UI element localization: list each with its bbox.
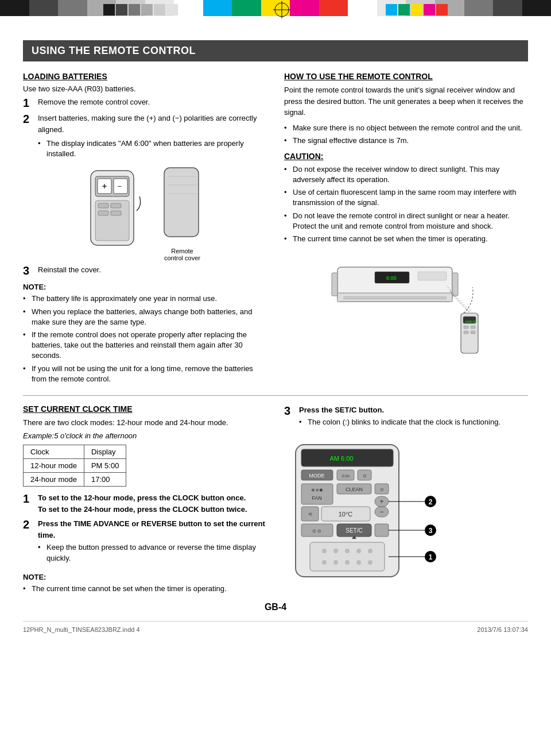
step-3-num: 3 <box>23 264 34 277</box>
footer-date-info: 2013/7/6 13:07:34 <box>477 626 528 633</box>
table-header-clock: Clock <box>24 445 84 459</box>
svg-text:⊙: ⊙ <box>363 473 367 479</box>
svg-text:−: − <box>379 508 383 516</box>
bottom-section: SET CURRENT CLOCK TIME There are two clo… <box>23 404 528 596</box>
svg-text:MODE: MODE <box>309 473 325 479</box>
clock-step-3-text: Press the SET/C button. • The colon (:) … <box>299 404 500 430</box>
svg-rect-33 <box>471 331 475 334</box>
svg-rect-31 <box>471 326 475 329</box>
ac-unit-image-area: 6:00 AM6:00 <box>284 256 528 371</box>
registration-marks <box>0 2 551 17</box>
svg-point-66 <box>333 549 338 553</box>
caution-item-2: • Do not leave the remote control in dir… <box>284 211 528 232</box>
svg-text:⟲: ⟲ <box>308 512 312 517</box>
svg-text:3: 3 <box>429 527 433 535</box>
svg-rect-22 <box>418 272 447 280</box>
remote-cover-container: Remotecontrol cover <box>160 165 205 261</box>
svg-text:⊙1h: ⊙1h <box>342 474 350 478</box>
remote-panel-svg: AM 6:00 MODE ⊙1h ⊙ CLEAN ⊙ <box>284 439 468 588</box>
table-cell-24h-mode: 24-hour mode <box>24 473 84 487</box>
step-1-text: Remove the remote control cover. <box>38 97 150 108</box>
caution-heading: CAUTION: <box>284 152 528 161</box>
example-text: Example:5 o'clock in the afternoon <box>23 431 267 440</box>
svg-rect-47 <box>301 484 333 504</box>
reg-crosshair <box>273 1 290 18</box>
clock-step-2-bullet: Keep the button pressed to advance or re… <box>46 542 267 563</box>
note-heading: NOTE: <box>23 283 267 291</box>
svg-point-71 <box>333 560 338 565</box>
svg-rect-13 <box>111 211 121 215</box>
how-to-use-intro: Point the remote control towards the uni… <box>284 84 528 118</box>
svg-point-65 <box>322 549 327 553</box>
svg-point-73 <box>356 560 361 565</box>
svg-text:SET/C: SET/C <box>346 527 362 534</box>
loading-batteries-section: LOADING BATTERIES Use two size-AAA (R03)… <box>23 72 267 387</box>
bullet-dot: • <box>284 164 290 175</box>
svg-text:−: − <box>117 182 122 191</box>
svg-text:+: + <box>379 497 383 506</box>
clock-step-2-num: 2 <box>23 518 34 531</box>
svg-rect-14 <box>164 168 199 237</box>
clock-step-1-num: 1 <box>23 492 34 505</box>
caution-text-2: Do not leave the remote control in direc… <box>293 211 528 232</box>
table-cell-12h-display: PM 5:00 <box>84 459 126 473</box>
clock-step-1b: To set to the 24-hour mode, press the CL… <box>38 505 247 514</box>
remote-cover-svg <box>160 165 205 245</box>
step-2-text: Insert batteries, making sure the (+) an… <box>38 113 267 135</box>
bullet-dot: • <box>23 307 29 317</box>
svg-text:2: 2 <box>429 498 433 506</box>
svg-text:⊙ ⊙: ⊙ ⊙ <box>312 529 321 534</box>
bullet-dot: • <box>23 584 29 594</box>
how-bullet-1: • The signal effective distance is 7m. <box>284 136 528 146</box>
caution-text-1: Use of certain fluorescent lamp in the s… <box>293 187 528 208</box>
caution-item-0: • Do not expose the receiver window to d… <box>284 164 528 185</box>
svg-point-68 <box>356 549 361 553</box>
how-to-use-section: HOW TO USE THE REMOTE CONTROL Point the … <box>284 72 528 387</box>
note-text-0: The battery life is approximately one ye… <box>32 294 217 304</box>
set-clock-section: SET CURRENT CLOCK TIME There are two clo… <box>23 404 267 596</box>
batteries-intro: Use two size-AAA (R03) batteries. <box>23 84 267 93</box>
step-2-bullet-text: The display indicates "AM 6:00" when bat… <box>46 138 267 159</box>
table-header-display: Display <box>84 445 126 459</box>
bottom-note-heading: NOTE: <box>23 573 267 581</box>
clock-step-2-text: Press the TIME ADVANCE or REVERSE button… <box>38 518 267 565</box>
clock-step-3: 3 Press the SET/C button. • The colon (:… <box>284 404 528 430</box>
svg-text:+: + <box>102 182 107 191</box>
footer: 12PHR_N_multi_TINSEA823JBRZ.indd 4 2013/… <box>23 621 528 633</box>
clock-step-3-bullet: The colon (:) blinks to indicate that th… <box>308 417 500 427</box>
step-1-num: 1 <box>23 97 34 109</box>
svg-rect-64 <box>310 542 385 571</box>
note-text-1: When you replace the batteries, always c… <box>32 307 267 327</box>
step-3: 3 Reinstall the cover. <box>23 264 267 277</box>
loading-batteries-heading: LOADING BATTERIES <box>23 72 267 81</box>
svg-rect-25 <box>332 273 337 296</box>
svg-point-74 <box>368 560 372 565</box>
bottom-note-section: NOTE: • The current time cannot be set w… <box>23 573 267 594</box>
how-bullet-text-0: Make sure there is no object between the… <box>293 123 522 133</box>
note-item-0: • The battery life is approximately one … <box>23 294 267 304</box>
bottom-note-text: The current time cannot be set when the … <box>32 584 227 594</box>
bullet-dot: • <box>38 542 44 553</box>
svg-point-72 <box>345 560 350 565</box>
clock-step-1: 1 To set to the 12-hour mode, press the … <box>23 492 267 515</box>
bullet-icon: • <box>38 138 44 149</box>
svg-rect-10 <box>98 203 108 208</box>
clock-step-3-num: 3 <box>284 404 296 417</box>
svg-point-70 <box>322 560 327 565</box>
svg-rect-26 <box>452 273 458 296</box>
how-bullet-text-1: The signal effective distance is 7m. <box>293 136 409 146</box>
note-item-3: • If you will not be using the unit for … <box>23 364 267 384</box>
svg-point-67 <box>345 549 350 553</box>
bullet-dot: • <box>284 187 290 198</box>
bullet-dot: • <box>23 294 29 304</box>
bullet-dot: • <box>284 211 290 221</box>
svg-text:6:00: 6:00 <box>386 275 397 281</box>
bullet-dot: • <box>299 417 305 427</box>
section-divider <box>23 395 528 396</box>
svg-text:CLEAN: CLEAN <box>346 487 363 492</box>
svg-text:FAN: FAN <box>312 495 322 501</box>
how-to-use-heading: HOW TO USE THE REMOTE CONTROL <box>284 72 528 81</box>
remote-panel-area: AM 6:00 MODE ⊙1h ⊙ CLEAN ⊙ <box>284 439 528 590</box>
table-cell-24h-display: 17:00 <box>84 473 126 487</box>
clock-step-2: 2 Press the TIME ADVANCE or REVERSE butt… <box>23 518 267 565</box>
